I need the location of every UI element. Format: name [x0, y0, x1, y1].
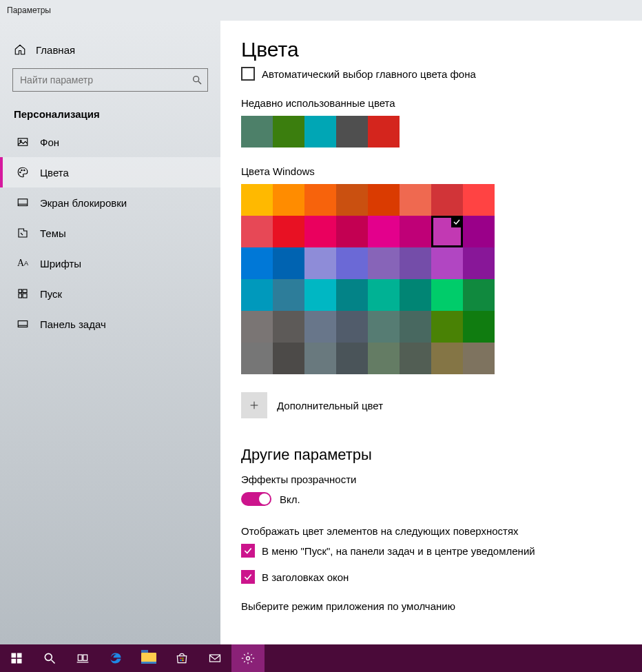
windows-colors-label: Цвета Windows [241, 165, 642, 177]
custom-color-button[interactable] [241, 392, 267, 418]
color-swatch[interactable] [273, 116, 304, 147]
color-swatch[interactable] [431, 279, 463, 311]
color-swatch[interactable] [463, 343, 495, 374]
sidebar-item-lockscreen[interactable]: Экран блокировки [0, 187, 220, 218]
surface-option-titlebars[interactable]: В заголовках окон [241, 570, 642, 584]
color-swatch[interactable] [463, 279, 495, 311]
color-swatch[interactable] [368, 247, 400, 279]
color-swatch[interactable] [241, 279, 273, 311]
color-swatch[interactable] [368, 279, 400, 311]
color-swatch[interactable] [368, 343, 400, 374]
color-swatch[interactable] [463, 247, 495, 279]
color-swatch[interactable] [336, 247, 368, 279]
color-swatch[interactable] [400, 216, 431, 247]
sidebar-item-background[interactable]: Фон [0, 127, 220, 157]
fonts-icon: AA [17, 257, 29, 269]
color-swatch[interactable] [368, 116, 400, 147]
color-swatch[interactable] [241, 184, 273, 216]
svg-rect-30 [210, 655, 220, 662]
color-swatch[interactable] [463, 311, 495, 343]
lockscreen-icon [17, 196, 29, 209]
color-swatch[interactable] [336, 279, 368, 311]
color-swatch[interactable] [368, 184, 400, 216]
color-swatch[interactable] [400, 343, 431, 374]
color-swatch[interactable] [431, 184, 463, 216]
color-swatch[interactable] [368, 216, 400, 247]
svg-rect-12 [23, 294, 27, 298]
color-swatch[interactable] [463, 216, 495, 247]
svg-rect-9 [19, 289, 22, 293]
start-button[interactable] [0, 644, 33, 672]
other-params-title: Другие параметры [241, 446, 642, 464]
color-swatch[interactable] [273, 343, 304, 374]
mail-button[interactable] [198, 644, 231, 672]
color-swatch[interactable] [431, 247, 463, 279]
svg-point-31 [247, 657, 250, 660]
color-swatch[interactable] [304, 216, 336, 247]
sidebar-item-themes[interactable]: Темы [0, 218, 220, 248]
task-view-button[interactable] [66, 644, 99, 672]
svg-rect-29 [182, 660, 183, 661]
svg-rect-23 [78, 655, 82, 660]
color-swatch[interactable] [304, 247, 336, 279]
color-swatch[interactable] [273, 279, 304, 311]
color-swatch[interactable] [400, 184, 431, 216]
color-swatch[interactable] [431, 343, 463, 374]
color-swatch[interactable] [400, 311, 431, 343]
transparency-state: Вкл. [280, 493, 300, 505]
home-nav[interactable]: Главная [0, 38, 220, 61]
color-swatch[interactable] [273, 247, 304, 279]
color-swatch[interactable] [304, 311, 336, 343]
transparency-toggle[interactable] [241, 492, 271, 506]
svg-rect-13 [18, 321, 28, 327]
color-swatch[interactable] [273, 311, 304, 343]
svg-rect-18 [17, 653, 22, 658]
color-swatch[interactable] [241, 247, 273, 279]
color-swatch[interactable] [400, 247, 431, 279]
color-swatch[interactable] [368, 311, 400, 343]
color-swatch[interactable] [304, 279, 336, 311]
sidebar-item-fonts[interactable]: AA Шрифты [0, 248, 220, 278]
color-swatch[interactable] [336, 216, 368, 247]
color-swatch[interactable] [304, 184, 336, 216]
color-swatch[interactable] [273, 184, 304, 216]
surfaces-label: Отображать цвет элементов на следующих п… [241, 525, 642, 537]
auto-accent-label: Автоматический выбор главного цвета фона [262, 68, 476, 80]
recent-colors [241, 116, 642, 147]
color-swatch[interactable] [241, 116, 273, 147]
svg-line-1 [198, 81, 201, 84]
auto-accent-checkbox[interactable]: Автоматический выбор главного цвета фона [241, 67, 642, 81]
color-swatch[interactable] [431, 311, 463, 343]
sidebar-item-label: Экран блокировки [40, 197, 127, 209]
surface-option-start-taskbar[interactable]: В меню "Пуск", на панели задач и в центр… [241, 544, 642, 558]
color-swatch[interactable] [241, 311, 273, 343]
color-swatch[interactable] [241, 216, 273, 247]
taskbar-search-button[interactable] [33, 644, 66, 672]
svg-point-6 [24, 170, 25, 171]
edge-button[interactable] [99, 644, 132, 672]
store-button[interactable] [165, 644, 198, 672]
sidebar-item-start[interactable]: Пуск [0, 278, 220, 309]
settings-taskbar-button[interactable] [231, 644, 265, 672]
sidebar-item-colors[interactable]: Цвета [0, 157, 220, 187]
color-swatch[interactable] [304, 343, 336, 374]
titlebar: Параметры [0, 0, 642, 21]
color-swatch[interactable] [431, 216, 463, 247]
themes-icon [17, 227, 29, 239]
color-swatch[interactable] [336, 311, 368, 343]
color-swatch[interactable] [304, 116, 336, 147]
color-swatch[interactable] [273, 216, 304, 247]
color-swatch[interactable] [400, 279, 431, 311]
color-swatch[interactable] [463, 184, 495, 216]
color-swatch[interactable] [241, 343, 273, 374]
color-swatch[interactable] [336, 184, 368, 216]
sidebar-item-taskbar[interactable]: Панель задач [0, 309, 220, 339]
search-input[interactable] [12, 68, 208, 92]
sidebar-item-label: Шрифты [40, 258, 81, 269]
color-swatch[interactable] [336, 116, 368, 147]
page-title: Цвета [241, 38, 642, 61]
start-icon [17, 287, 29, 300]
palette-icon [17, 166, 29, 179]
file-explorer-button[interactable] [132, 644, 165, 672]
color-swatch[interactable] [336, 343, 368, 374]
